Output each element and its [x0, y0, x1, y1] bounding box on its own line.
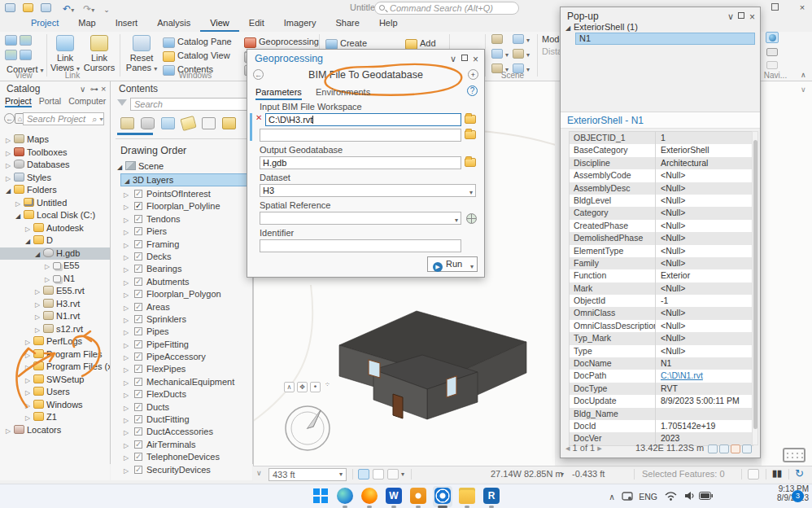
- catalog-tree-item[interactable]: ▷s12.rvt: [0, 323, 110, 336]
- catalog-tree-item[interactable]: ▷Windows: [0, 399, 110, 412]
- attribute-row[interactable]: OBJECTID_1 1: [570, 132, 753, 144]
- back-icon[interactable]: ←: [4, 113, 15, 124]
- taskbar-app-button[interactable]: [335, 486, 355, 507]
- scene-tool-dropdown[interactable]: ▾: [526, 37, 530, 44]
- notification-badge[interactable]: 3: [792, 490, 804, 502]
- layer-visibility-checkbox[interactable]: ✓: [134, 453, 142, 461]
- volume-icon[interactable]: [684, 491, 695, 501]
- layer-visibility-checkbox[interactable]: ✓: [134, 265, 142, 273]
- pause-drawing-icon[interactable]: ▮▮: [772, 468, 782, 479]
- layer-item[interactable]: ▷✓SecurityDevices: [124, 464, 251, 476]
- attribute-row[interactable]: DocType RVT: [570, 383, 753, 395]
- filter-icon[interactable]: [117, 99, 127, 106]
- layer-item[interactable]: ▷✓PipeAccessory: [124, 351, 251, 363]
- taskbar-app-button[interactable]: W: [384, 486, 404, 507]
- catalog-tree-item[interactable]: ▷Program Files: [0, 348, 110, 361]
- feature-count-icon[interactable]: [748, 469, 759, 480]
- language-indicator[interactable]: ENG: [639, 492, 657, 501]
- attribute-row[interactable]: BaseCategory ExteriorShell: [570, 144, 753, 156]
- scene-tool-icon[interactable]: [491, 34, 503, 44]
- attribute-row[interactable]: BldgLevel <Null>: [570, 195, 753, 207]
- layer-visibility-checkbox[interactable]: ✓: [134, 240, 142, 248]
- attribute-row[interactable]: Mark <Null>: [570, 282, 753, 295]
- battery-icon[interactable]: [699, 492, 713, 500]
- expand-arrow-icon[interactable]: ▷: [124, 252, 132, 264]
- attribute-row[interactable]: DocId 1.705142e+19: [570, 420, 753, 432]
- undo-dropdown[interactable]: ▾: [71, 7, 74, 14]
- layer-visibility-checkbox[interactable]: ✓: [134, 327, 142, 335]
- attribute-row[interactable]: Category <Null>: [570, 207, 753, 219]
- pin-icon[interactable]: ⊶: [90, 85, 98, 94]
- save-icon[interactable]: [5, 3, 15, 12]
- expand-arrow-icon[interactable]: ▷: [25, 349, 33, 362]
- catalog-tree-item[interactable]: ▷Toolboxes: [0, 147, 110, 160]
- restore-window-button[interactable]: [771, 3, 779, 11]
- expand-arrow-icon[interactable]: ▷: [25, 336, 33, 349]
- attribute-row[interactable]: Bldg_Name: [570, 408, 753, 420]
- layer-item[interactable]: ▷✓Decks: [124, 251, 251, 263]
- catalog-tree-item[interactable]: ▷E55: [0, 260, 110, 273]
- expand-arrow-icon[interactable]: ▷: [6, 160, 14, 173]
- reset-panes-button[interactable]: Reset Panes ▾: [124, 35, 159, 72]
- layer-visibility-checkbox[interactable]: ✓: [134, 378, 142, 386]
- popup-tree-parent[interactable]: ◢ExteriorShell (1): [565, 22, 638, 32]
- expand-arrow-icon[interactable]: ▷: [124, 427, 132, 439]
- ribbon-tab[interactable]: Analysis: [147, 16, 200, 32]
- layer-item[interactable]: ▷✓DuctFitting: [124, 414, 251, 426]
- expand-arrow-icon[interactable]: ▷: [124, 302, 132, 314]
- attribute-row[interactable]: Family <Null>: [570, 257, 753, 269]
- restore-pane-icon[interactable]: [461, 55, 468, 61]
- ribbon-tab[interactable]: Help: [369, 16, 408, 32]
- create-button[interactable]: Create: [325, 37, 367, 50]
- scrollbar[interactable]: [752, 131, 758, 445]
- layer-item[interactable]: ▷✓Piers: [124, 226, 251, 238]
- attribute-row[interactable]: DemolishedPhase <Null>: [570, 232, 753, 244]
- redo-icon[interactable]: ↷: [83, 3, 91, 15]
- close-pane-icon[interactable]: ×: [101, 84, 106, 94]
- expand-arrow-icon[interactable]: ▷: [25, 387, 33, 400]
- open-project-icon[interactable]: [23, 3, 33, 12]
- expand-arrow-icon[interactable]: ▷: [124, 339, 132, 352]
- expand-arrow-icon[interactable]: ◢: [124, 175, 133, 187]
- globe-icon[interactable]: [466, 213, 477, 224]
- building-model[interactable]: [323, 295, 543, 445]
- zoom-to-icon[interactable]: [742, 444, 752, 453]
- coords-dropdown[interactable]: ▾: [561, 471, 564, 478]
- catalog-tree-item[interactable]: ▷Styles: [0, 172, 110, 185]
- selection-mode-icon[interactable]: [358, 469, 369, 480]
- expand-arrow-icon[interactable]: ▷: [124, 326, 132, 339]
- catalog-tree-item[interactable]: ▷E55.rvt: [0, 285, 110, 298]
- list-by-labeling-icon[interactable]: [222, 117, 236, 129]
- layer-item[interactable]: ▷✓FlexPipes: [124, 363, 251, 375]
- attribute-row[interactable]: AssemblyDesc <Null>: [570, 182, 753, 195]
- attribute-row[interactable]: Typ_Mark <Null>: [570, 332, 753, 344]
- catalog-tree-item[interactable]: ◢Local Disk (C:): [0, 209, 110, 222]
- layer-item[interactable]: ▷✓Abutments: [124, 276, 251, 288]
- attribute-row[interactable]: DocPath C:\D\N1.rvt: [570, 370, 753, 382]
- expand-arrow-icon[interactable]: ▷: [45, 274, 53, 287]
- catalog-tree-item[interactable]: ▷Maps: [0, 134, 110, 147]
- layer-visibility-checkbox[interactable]: ✓: [134, 403, 142, 411]
- expand-arrow-icon[interactable]: ▷: [124, 214, 132, 226]
- expand-arrow-icon[interactable]: ▷: [124, 414, 132, 427]
- layer-visibility-checkbox[interactable]: ✓: [134, 303, 142, 311]
- collapse-statusbar-icon[interactable]: ∨: [256, 469, 262, 477]
- touchpad-icon[interactable]: [622, 491, 633, 501]
- attribute-row[interactable]: OmniClass <Null>: [570, 307, 753, 319]
- dock-chevron-icon[interactable]: ∨: [801, 85, 806, 94]
- layer-item[interactable]: ▷✓PipeFitting: [124, 339, 251, 351]
- scene-tool-icon[interactable]: [513, 49, 524, 59]
- grid-icon[interactable]: [373, 469, 384, 480]
- catalog-tree-item[interactable]: ▷N1: [0, 273, 110, 286]
- taskbar-app-button[interactable]: [311, 486, 330, 507]
- popup-tree-child-selected[interactable]: N1: [575, 33, 755, 45]
- expand-arrow-icon[interactable]: ▷: [25, 223, 33, 236]
- list-by-selection-icon[interactable]: [161, 117, 175, 129]
- expand-arrow-icon[interactable]: ▷: [25, 400, 33, 413]
- layer-visibility-checkbox[interactable]: ✓: [134, 315, 142, 323]
- attribute-row[interactable]: AssemblyCode <Null>: [570, 169, 753, 182]
- tab-environments[interactable]: Environments: [316, 87, 370, 97]
- identifier-field[interactable]: [260, 239, 461, 252]
- taskbar-app-button[interactable]: [408, 486, 428, 507]
- expand-arrow-icon[interactable]: ▷: [124, 352, 132, 364]
